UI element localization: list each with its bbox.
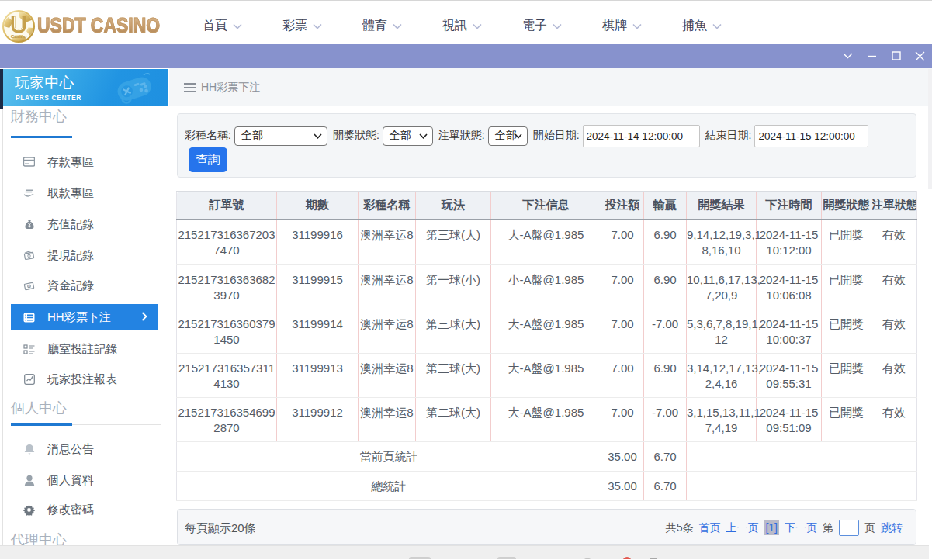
svg-text:Casino: Casino: [11, 33, 27, 38]
